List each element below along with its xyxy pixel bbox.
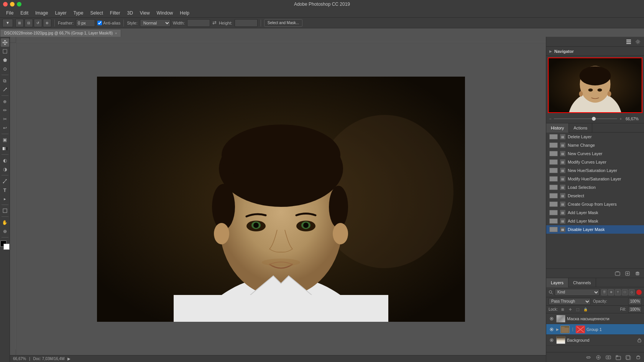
history-item-name-change[interactable]: ▤ Name Change [546, 141, 644, 149]
move-tool-button[interactable] [1, 38, 9, 47]
history-new-state-btn[interactable] [624, 270, 631, 277]
navigator-header[interactable]: ▶ Navigator [546, 47, 644, 56]
history-item-deselect[interactable]: ▤ Deselect [546, 192, 644, 200]
crop-tool-button[interactable]: ⧉ [1, 77, 9, 85]
feather-input[interactable] [76, 19, 95, 27]
close-button[interactable] [3, 2, 8, 7]
brush-tool-button[interactable]: ✏ [1, 106, 9, 115]
layer-link-btn[interactable] [585, 354, 592, 361]
select-mask-button[interactable]: Select and Mask... [264, 19, 302, 27]
gradient-button[interactable] [1, 144, 9, 153]
toolbar-icon-3[interactable]: ↺ [34, 19, 42, 27]
add-adjustment-btn[interactable] [595, 354, 602, 361]
layer-expand-arrow[interactable]: ▶ [556, 328, 559, 331]
panel-icon-arrange[interactable] [625, 38, 632, 46]
style-select[interactable]: Normal Fixed Ratio Fixed Size [140, 19, 171, 27]
layer-row-group1[interactable]: ▶ [546, 324, 644, 335]
layer-visibility-sat[interactable] [549, 316, 555, 322]
blur-tool-button[interactable]: ◐ [1, 156, 9, 165]
filter-adjust-icon[interactable]: ⊕ [608, 289, 614, 295]
filter-smart-icon[interactable]: ◇ [629, 289, 635, 295]
add-mask-btn[interactable] [605, 354, 612, 361]
menu-help[interactable]: Help [177, 10, 192, 16]
delete-layer-btn[interactable] [635, 354, 642, 361]
filter-toggle[interactable] [636, 290, 642, 295]
layer-visibility-bg[interactable] [549, 337, 555, 343]
filter-pixel-icon[interactable]: ☰ [601, 289, 607, 295]
tab-layers[interactable]: Layers [546, 278, 568, 287]
menu-image[interactable]: Image [32, 10, 51, 16]
marquee-tool-button[interactable] [1, 47, 9, 56]
panel-icon-settings[interactable] [634, 38, 642, 46]
history-new-snapshot-btn[interactable] [614, 270, 621, 277]
zoom-slider-thumb[interactable] [592, 117, 596, 121]
filter-type-icon[interactable]: T [615, 289, 621, 295]
tab-actions[interactable]: Actions [569, 123, 592, 133]
pen-tool-button[interactable] [1, 177, 9, 185]
zoom-tool-button[interactable]: ⊕ [1, 227, 9, 236]
height-input[interactable] [235, 19, 258, 27]
toolbar-icon-1[interactable]: ⊞ [15, 19, 24, 27]
history-item-new-curves[interactable]: ▤ New Curves Layer [546, 149, 644, 158]
document-tab[interactable]: DSC09228noise-1920jpg.jpg @ 66,7% (Group… [0, 29, 121, 37]
tool-preset-picker[interactable]: ▼ [2, 19, 13, 27]
layer-row-background[interactable]: Background [546, 335, 644, 346]
quick-selection-button[interactable]: ⊙ [1, 65, 9, 73]
history-item-delete-layer[interactable]: ▤ Delete Layer [546, 133, 644, 141]
history-item-disable-mask[interactable]: ▤ Disable Layer Mask [546, 225, 644, 234]
history-item-add-mask-2[interactable]: ▤ Add Layer Mask [546, 217, 644, 225]
swap-dimensions-icon[interactable]: ⇄ [212, 20, 217, 26]
layer-visibility-group1[interactable] [549, 326, 555, 333]
zoom-minus-icon[interactable]: − [549, 117, 552, 121]
minimize-button[interactable] [10, 2, 15, 7]
toolbar-icon-2[interactable]: ⊟ [25, 19, 33, 27]
history-item-load-sel[interactable]: ▤ Load Selection [546, 183, 644, 192]
filter-shape-icon[interactable]: □ [622, 289, 628, 295]
background-color[interactable] [3, 244, 10, 250]
menu-filter[interactable]: Filter [107, 10, 123, 16]
menu-window[interactable]: Window [154, 10, 176, 16]
shape-tool-button[interactable] [1, 206, 9, 215]
history-item-modify-hue[interactable]: ▤ Modify Hue/Saturation Layer [546, 175, 644, 183]
layers-kind-select[interactable]: Kind [555, 289, 600, 296]
lock-artboards-icon[interactable]: ⬚ [575, 307, 581, 312]
menu-layer[interactable]: Layer [52, 10, 69, 16]
history-item-modify-curves[interactable]: ▤ Modify Curves Layer [546, 158, 644, 166]
layer-row-saturation[interactable]: Маска насыщенности [546, 313, 644, 324]
fill-input[interactable] [628, 306, 642, 313]
tab-history[interactable]: History [546, 123, 569, 133]
new-layer-btn[interactable] [625, 354, 632, 361]
doc-size-arrow[interactable]: ▶ [67, 357, 71, 361]
history-item-add-mask-1[interactable]: ▤ Add Layer Mask [546, 208, 644, 217]
dodge-tool-button[interactable]: ◑ [1, 165, 9, 174]
blend-mode-select[interactable]: Pass Through Normal Multiply Screen [549, 298, 591, 305]
maximize-button[interactable] [17, 2, 21, 7]
text-tool-button[interactable]: T [1, 186, 9, 194]
hand-tool-button[interactable]: ✋ [1, 218, 9, 227]
menu-select[interactable]: Select [87, 10, 106, 16]
history-brush-button[interactable]: ↩ [1, 124, 9, 132]
lasso-tool-button[interactable]: ⬟ [1, 56, 9, 64]
eraser-button[interactable]: ▣ [1, 136, 9, 144]
lock-position-icon[interactable]: ✛ [568, 307, 573, 312]
zoom-plus-icon[interactable]: + [619, 117, 622, 121]
width-input[interactable] [187, 19, 210, 27]
path-selection-button[interactable]: ▸ [1, 195, 9, 203]
lock-all-icon[interactable]: 🔒 [583, 307, 588, 312]
menu-3d[interactable]: 3D [124, 10, 136, 16]
tab-close-icon[interactable]: × [115, 31, 117, 35]
opacity-input[interactable] [628, 298, 642, 305]
healing-brush-button[interactable]: ⊕ [1, 97, 9, 106]
menu-view[interactable]: View [137, 10, 153, 16]
history-item-new-hue[interactable]: ▤ New Hue/Saturation Layer [546, 166, 644, 175]
anti-alias-checkbox[interactable] [97, 21, 102, 25]
tab-channels[interactable]: Channels [568, 278, 596, 287]
menu-edit[interactable]: Edit [17, 10, 31, 16]
history-item-create-group[interactable]: ▤ Create Group from Layers [546, 200, 644, 208]
history-delete-btn[interactable] [634, 270, 641, 277]
menu-type[interactable]: Type [70, 10, 86, 16]
lock-pixels-icon[interactable]: ⊞ [560, 307, 565, 312]
toolbar-icon-4[interactable]: ⊛ [43, 19, 51, 27]
zoom-slider[interactable] [554, 118, 617, 119]
menu-file[interactable]: File [3, 10, 16, 16]
